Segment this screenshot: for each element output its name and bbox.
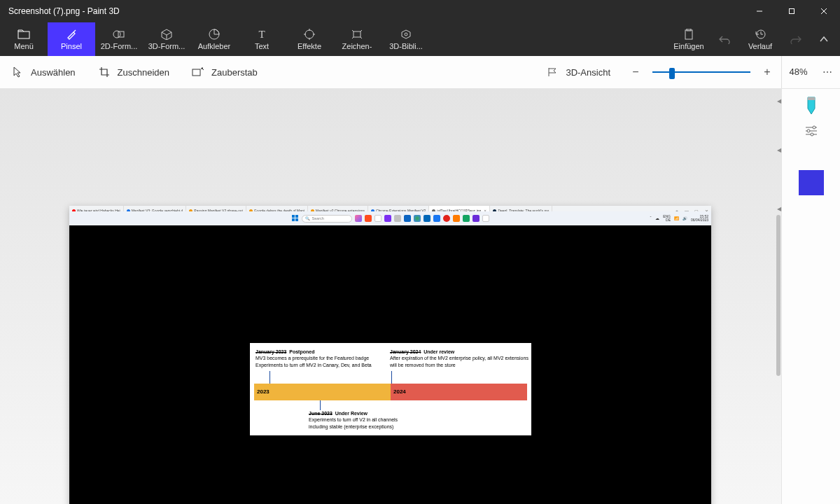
- onedrive-icon: ☁: [655, 216, 659, 220]
- canvas-stage[interactable]: Wie teuer wird Habecks HeiManifest V3: G…: [0, 89, 781, 504]
- volume-icon: 🔊: [682, 216, 687, 220]
- opera-icon: [443, 215, 450, 222]
- ribbon: Menü Pinsel 2D-Form... 3D-Form... Aufkle…: [0, 22, 840, 56]
- close-button[interactable]: [808, 0, 840, 22]
- menu-label: Menü: [14, 42, 34, 50]
- svg-line-17: [360, 37, 362, 38]
- svg-line-14: [352, 30, 354, 31]
- flag-icon: [546, 66, 559, 78]
- svg-rect-25: [292, 218, 295, 221]
- tool-brush[interactable]: Pinsel: [48, 22, 95, 56]
- tool-text[interactable]: T Text: [238, 22, 286, 56]
- paste-button[interactable]: Einfügen: [665, 28, 713, 50]
- svg-point-29: [813, 126, 816, 129]
- tool-effects[interactable]: Effekte: [286, 22, 333, 56]
- text-icon: T: [258, 28, 265, 41]
- svg-line-16: [352, 37, 354, 38]
- jan23-heading: January 2023: [255, 349, 286, 354]
- timeline-bar: 2023 2024: [254, 384, 527, 400]
- maximize-button[interactable]: [776, 0, 808, 22]
- wifi-icon: 📶: [674, 216, 679, 220]
- start-icon: [292, 215, 299, 222]
- history-icon: [755, 28, 766, 41]
- tool-2d-shapes[interactable]: 2D-Form...: [95, 22, 143, 56]
- svg-rect-23: [292, 215, 295, 218]
- tool-3d-library[interactable]: 3D-Bibli...: [381, 22, 431, 56]
- selection-toolbar: Auswählen Zuschneiden Zauberstab 3D-Ansi…: [0, 56, 840, 89]
- canvas-image[interactable]: Wie teuer wird Habecks HeiManifest V3: G…: [69, 206, 711, 504]
- undo-button[interactable]: [713, 33, 736, 46]
- redo-icon: [790, 33, 802, 46]
- app-icon: [433, 215, 440, 222]
- right-sidebar: ◀ ◀ ◀: [781, 89, 840, 504]
- edge-icon: [424, 215, 430, 222]
- svg-rect-19: [685, 30, 692, 39]
- explorer-icon: [374, 215, 382, 222]
- search-icon: 🔍: [305, 216, 310, 220]
- cursor-icon: [11, 66, 24, 78]
- svg-line-15: [360, 30, 362, 31]
- bar-2024: 2024: [391, 384, 527, 400]
- crop-tool[interactable]: Zuschneiden: [87, 56, 181, 88]
- svg-rect-26: [295, 218, 298, 221]
- redo-button[interactable]: [784, 33, 808, 46]
- svg-point-18: [405, 33, 407, 36]
- app-icon: [404, 215, 411, 222]
- folder-icon: [18, 28, 30, 41]
- window-title: Screenshot (7).png - Paint 3D: [0, 6, 743, 16]
- timeline-image: January 2023 Postponed MV3 becomes a pre…: [250, 343, 531, 435]
- brush-settings-button[interactable]: [804, 125, 818, 136]
- collapse-ribbon-button[interactable]: [808, 36, 840, 43]
- clipboard-icon: [684, 28, 694, 41]
- tool-3d-shapes[interactable]: 3D-Form...: [143, 22, 190, 56]
- zoom-thumb[interactable]: [669, 68, 675, 79]
- magic-wand-icon: [192, 67, 204, 77]
- svg-rect-27: [808, 97, 815, 100]
- svg-point-33: [811, 133, 813, 136]
- view-3d-toggle[interactable]: 3D-Ansicht: [535, 56, 622, 88]
- zoom-value[interactable]: 48%: [781, 56, 815, 88]
- minimize-button[interactable]: [743, 0, 776, 22]
- library-icon: [400, 28, 412, 41]
- tool-stickers[interactable]: Aufkleber: [190, 22, 238, 56]
- app-icon: [463, 215, 470, 222]
- magic-select-tool[interactable]: Zauberstab: [181, 56, 269, 88]
- clock: 15:5206/04/2023: [691, 215, 708, 222]
- menu-button[interactable]: Menü: [0, 22, 48, 56]
- flyout-tab[interactable]: ◀: [776, 94, 782, 107]
- chevron-up-icon: [819, 36, 829, 43]
- flyout-tab[interactable]: ◀: [776, 202, 782, 215]
- undo-icon: [719, 33, 730, 46]
- scrollbar-thumb[interactable]: [776, 215, 780, 376]
- zoom-out-button[interactable]: −: [629, 65, 643, 79]
- chrome-icon: [414, 215, 421, 222]
- embedded-browser: Wie teuer wird Habecks HeiManifest V3: G…: [69, 206, 711, 225]
- flyout-tab[interactable]: ◀: [776, 144, 782, 156]
- app-icon: [384, 215, 391, 222]
- taskbar-search: 🔍Search: [302, 215, 352, 223]
- tool-canvas[interactable]: Zeichen-: [333, 22, 381, 56]
- jan24-heading: January 2024: [390, 349, 421, 354]
- shapes2d-icon: [113, 28, 125, 41]
- history-button[interactable]: Verlauf: [736, 28, 784, 50]
- windows-taskbar: 🔍Search ˄: [69, 211, 711, 225]
- zoom-slider[interactable]: [652, 65, 750, 79]
- svg-rect-22: [192, 69, 200, 76]
- app-icon: [394, 215, 401, 222]
- effects-icon: [304, 28, 315, 41]
- bar-2023: 2023: [254, 384, 391, 400]
- title-bar: Screenshot (7).png - Paint 3D: [0, 0, 840, 22]
- marker-tool-icon[interactable]: [805, 96, 818, 115]
- sticker-icon: [209, 28, 220, 41]
- select-tool[interactable]: Auswählen: [0, 56, 87, 88]
- canvas-icon: [351, 28, 363, 41]
- more-options-button[interactable]: ⋯: [815, 66, 840, 78]
- firefox-icon: [453, 215, 460, 222]
- svg-rect-6: [118, 31, 124, 37]
- shapes3d-icon: [161, 28, 172, 41]
- svg-point-31: [807, 130, 810, 132]
- jun23-heading: June 2023: [309, 411, 332, 416]
- app-icon: [482, 215, 489, 222]
- zoom-in-button[interactable]: +: [760, 65, 774, 79]
- color-swatch[interactable]: [799, 170, 824, 195]
